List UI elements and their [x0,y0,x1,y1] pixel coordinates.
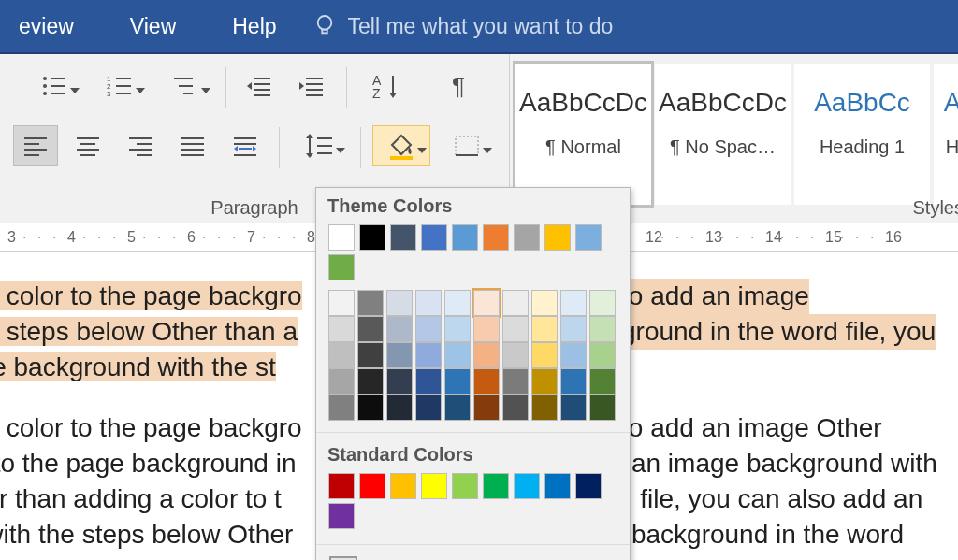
theme-shade-swatch[interactable] [560,368,587,395]
theme-shade-swatch[interactable] [473,395,500,421]
theme-shade-swatch[interactable] [502,342,529,368]
tab-help[interactable]: Help [204,14,304,39]
line-spacing-button[interactable] [291,125,349,166]
theme-shade-swatch[interactable] [473,316,500,342]
theme-shade-swatch[interactable] [328,368,355,395]
theme-shade-swatch[interactable] [415,395,442,421]
theme-color-swatch[interactable] [452,224,478,251]
theme-shade-swatch[interactable] [531,368,558,395]
theme-color-swatch[interactable] [359,224,385,251]
numbering-button[interactable]: 123 [91,65,149,107]
theme-shade-swatch[interactable] [560,290,587,316]
standard-color-swatch[interactable] [421,473,447,499]
justify-button[interactable] [170,125,215,166]
theme-shade-swatch[interactable] [589,368,616,395]
theme-shade-swatch[interactable] [386,368,413,395]
theme-shade-swatch[interactable] [415,368,442,395]
theme-shade-swatch[interactable] [444,368,471,395]
theme-shade-swatch[interactable] [502,316,529,342]
theme-color-swatch[interactable] [390,224,416,251]
align-center-button[interactable] [65,125,110,166]
theme-shade-swatch[interactable] [502,368,529,395]
theme-shade-swatch[interactable] [328,395,355,421]
svg-marker-50 [234,146,238,151]
theme-color-swatch[interactable] [328,254,355,280]
theme-shade-swatch[interactable] [328,316,355,342]
align-right-button[interactable] [118,125,163,166]
standard-color-swatch[interactable] [514,473,540,499]
theme-shade-swatch[interactable] [560,342,587,368]
standard-color-swatch[interactable] [359,473,385,499]
theme-shade-swatch[interactable] [328,290,355,316]
theme-shade-swatch[interactable] [357,395,384,421]
bullets-button[interactable] [25,65,83,107]
standard-color-swatch[interactable] [544,473,571,499]
theme-shade-swatch[interactable] [531,395,558,421]
svg-text:A: A [372,73,382,88]
theme-shade-swatch[interactable] [444,395,471,421]
theme-color-swatch[interactable] [544,224,571,251]
theme-shade-swatch[interactable] [415,290,442,316]
svg-text:Z: Z [372,86,381,100]
theme-shade-swatch[interactable] [531,342,558,368]
theme-color-swatch[interactable] [328,224,355,251]
theme-shade-swatch[interactable] [589,290,616,316]
theme-shade-swatch[interactable] [386,395,413,421]
style-tile-1[interactable]: AaBbCcDc¶ No Spac… [655,64,791,205]
standard-color-swatch[interactable] [390,473,416,499]
theme-shade-swatch[interactable] [444,316,471,342]
theme-shade-swatch[interactable] [560,395,587,421]
theme-shade-swatch[interactable] [502,395,529,421]
standard-color-swatch[interactable] [328,503,355,529]
align-left-button[interactable] [13,125,58,166]
standard-color-swatch[interactable] [575,473,602,499]
standard-color-swatch[interactable] [483,473,509,499]
shading-button[interactable] [372,125,430,166]
no-color-item[interactable]: No Color [316,549,630,560]
theme-color-swatch[interactable] [483,224,509,251]
standard-color-swatch[interactable] [328,473,355,499]
theme-shade-swatch[interactable] [531,290,558,316]
theme-shade-swatch[interactable] [357,368,384,395]
borders-button[interactable] [438,125,496,166]
theme-shade-swatch[interactable] [589,316,616,342]
theme-color-swatch[interactable] [421,224,447,251]
theme-shade-swatch[interactable] [415,316,442,342]
theme-color-swatch[interactable] [575,224,602,251]
tab-view[interactable]: View [102,14,204,39]
ruler-tick: 4 [67,229,76,246]
theme-shade-swatch[interactable] [531,316,558,342]
sort-button[interactable]: AZ [358,65,416,107]
tab-review[interactable]: eview [0,14,102,39]
theme-shade-swatch[interactable] [386,290,413,316]
standard-color-swatch[interactable] [452,473,478,499]
theme-shade-swatch[interactable] [444,290,471,316]
style-tile-3[interactable]: AH [934,64,958,205]
theme-color-swatch[interactable] [514,224,540,251]
distributed-button[interactable] [223,125,268,166]
increase-indent-button[interactable] [290,65,335,107]
theme-shade-swatch[interactable] [357,342,384,368]
theme-shade-swatch[interactable] [357,316,384,342]
theme-shade-swatch[interactable] [589,395,616,421]
theme-shade-swatch[interactable] [502,290,529,316]
theme-shade-swatch[interactable] [386,316,413,342]
style-tile-0[interactable]: AaBbCcDc¶ Normal [515,64,651,205]
theme-shade-swatch[interactable] [444,342,471,368]
theme-shade-swatch[interactable] [473,290,500,316]
tell-me-search[interactable]: Tell me what you want to do [314,12,614,40]
show-hide-paragraph-button[interactable]: ¶ [440,65,485,107]
style-tile-2[interactable]: AaBbCcHeading 1 [794,64,930,205]
svg-rect-18 [254,83,270,85]
theme-shade-swatch[interactable] [473,342,500,368]
theme-shade-swatch[interactable] [328,342,355,368]
theme-shade-swatch[interactable] [415,342,442,368]
svg-rect-35 [24,154,39,156]
theme-shade-swatch[interactable] [589,342,616,368]
theme-shade-swatch[interactable] [357,290,384,316]
multilevel-list-button[interactable] [156,65,214,107]
theme-shade-swatch[interactable] [473,368,500,395]
theme-shade-swatch[interactable] [386,342,413,368]
theme-shade-swatch[interactable] [560,316,587,342]
decrease-indent-button[interactable] [238,65,283,107]
